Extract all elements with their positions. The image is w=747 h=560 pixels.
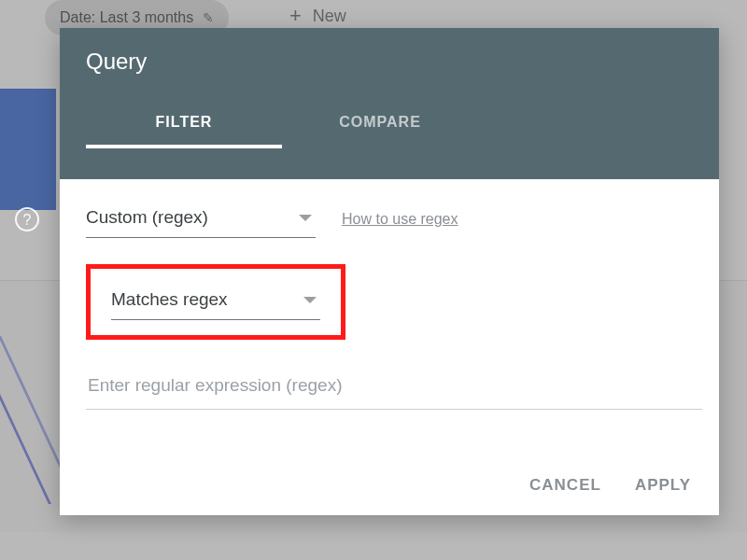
filter-type-value: Custom (regex) xyxy=(86,207,208,228)
match-mode-value: Matches regex xyxy=(111,289,228,310)
help-icon[interactable]: ? xyxy=(15,207,39,231)
new-filter-label: New xyxy=(313,7,346,26)
dialog-title: Query xyxy=(86,49,693,75)
chevron-down-icon xyxy=(303,297,317,303)
new-filter-button[interactable]: + New xyxy=(289,4,346,28)
tab-compare[interactable]: COMPARE xyxy=(282,114,478,147)
plus-icon: + xyxy=(289,4,302,28)
date-filter-label: Date: Last 3 months xyxy=(60,9,193,26)
dialog-body: Custom (regex) How to use regex Matches … xyxy=(60,179,719,476)
dialog-header: Query FILTER COMPARE xyxy=(60,28,719,179)
apply-button[interactable]: APPLY xyxy=(635,476,691,495)
query-dialog: Query FILTER COMPARE Custom (regex) How … xyxy=(60,28,719,515)
dialog-tabs: FILTER COMPARE xyxy=(86,114,693,147)
tab-filter[interactable]: FILTER xyxy=(86,114,282,147)
filter-type-select[interactable]: Custom (regex) xyxy=(86,200,316,238)
match-mode-select[interactable]: Matches regex xyxy=(111,282,320,320)
match-mode-highlight: Matches regex xyxy=(86,264,345,340)
regex-input[interactable] xyxy=(86,366,702,410)
chevron-down-icon xyxy=(299,215,312,221)
chart-line xyxy=(0,336,51,504)
pencil-icon: ✎ xyxy=(203,10,214,25)
nav-rail xyxy=(0,89,56,210)
cancel-button[interactable]: CANCEL xyxy=(529,476,601,495)
regex-help-link[interactable]: How to use regex xyxy=(342,211,458,228)
dialog-actions: CANCEL APPLY xyxy=(60,476,719,515)
